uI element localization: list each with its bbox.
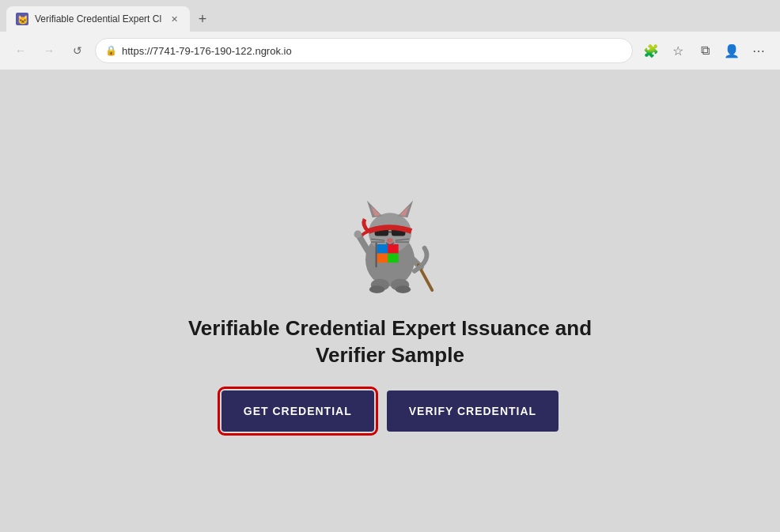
back-icon: ←	[15, 44, 26, 57]
svg-point-29	[396, 286, 411, 294]
page-title: Verifiable Credential Expert Issuance an…	[153, 315, 627, 369]
svg-text:🐱: 🐱	[17, 14, 28, 25]
refresh-button[interactable]: ↺	[66, 40, 89, 62]
active-tab[interactable]: 🐱 Verifiable Credential Expert Cl ✕	[6, 6, 190, 32]
svg-point-28	[369, 286, 384, 294]
address-box[interactable]: 🔒 https://7741-79-176-190-122.ngrok.io	[95, 38, 633, 63]
new-tab-button[interactable]: +	[191, 8, 214, 30]
mascot-image	[331, 172, 449, 294]
tab-groups-button[interactable]: ⧉	[693, 39, 717, 62]
extensions-icon: 🧩	[643, 43, 659, 58]
svg-rect-22	[388, 244, 399, 254]
account-button[interactable]: 👤	[720, 39, 744, 62]
forward-icon: →	[44, 44, 55, 57]
favorites-button[interactable]: ☆	[666, 39, 690, 62]
svg-point-12	[387, 238, 393, 243]
toolbar-icons: 🧩 ☆ ⧉ 👤 ⋯	[639, 39, 771, 62]
back-button[interactable]: ←	[9, 40, 32, 62]
more-icon: ⋯	[752, 43, 765, 58]
url-text: https://7741-79-176-190-122.ngrok.io	[122, 45, 623, 57]
page-content: Verifiable Credential Expert Issuance an…	[0, 70, 780, 532]
forward-button[interactable]: →	[38, 40, 60, 62]
mascot-area	[327, 170, 453, 296]
more-button[interactable]: ⋯	[747, 39, 771, 62]
address-bar-row: ← → ↺ 🔒 https://7741-79-176-190-122.ngro…	[0, 32, 780, 70]
tab-label: Verifiable Credential Expert Cl	[35, 13, 161, 25]
favorites-icon: ☆	[672, 43, 683, 58]
new-tab-icon: +	[199, 11, 207, 28]
tab-groups-icon: ⧉	[701, 43, 710, 58]
get-credential-button[interactable]: GET CREDENTIAL	[222, 391, 374, 432]
svg-rect-21	[377, 244, 388, 254]
svg-rect-24	[377, 254, 388, 263]
extensions-button[interactable]: 🧩	[639, 39, 663, 62]
tab-favicon: 🐱	[16, 13, 28, 25]
tab-bar: 🐱 Verifiable Credential Expert Cl ✕ +	[0, 0, 780, 32]
buttons-row: GET CREDENTIAL VERIFY CREDENTIAL	[222, 391, 558, 432]
account-icon: 👤	[724, 43, 740, 58]
browser-chrome: 🐱 Verifiable Credential Expert Cl ✕ + ← …	[0, 0, 780, 70]
svg-point-18	[354, 231, 362, 239]
lock-icon: 🔒	[105, 45, 117, 56]
svg-rect-23	[388, 254, 399, 263]
refresh-icon: ↺	[73, 44, 82, 57]
verify-credential-button[interactable]: VERIFY CREDENTIAL	[387, 391, 558, 432]
tab-close-button[interactable]: ✕	[168, 13, 180, 25]
